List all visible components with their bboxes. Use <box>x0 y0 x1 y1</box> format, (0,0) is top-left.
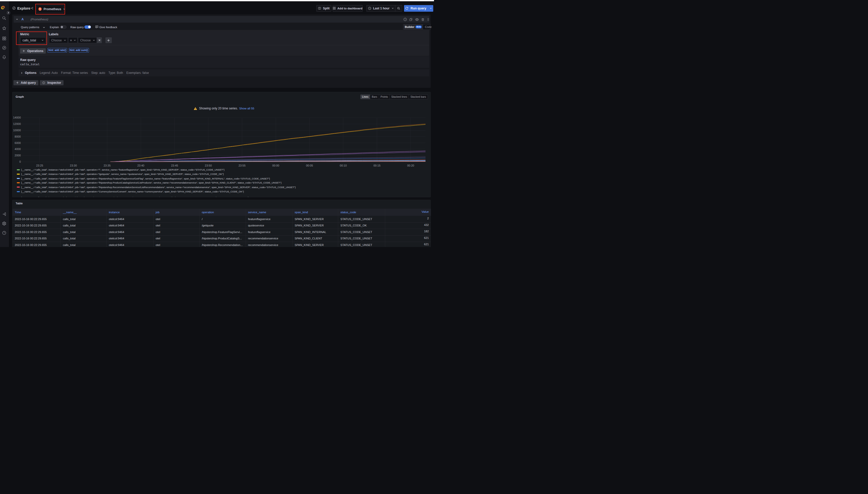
svg-text:0: 0 <box>19 160 21 163</box>
svg-text:12000: 12000 <box>13 122 21 126</box>
svg-text:00:15: 00:15 <box>373 164 380 167</box>
svg-text:2000: 2000 <box>15 154 21 157</box>
svg-text:23:55: 23:55 <box>238 164 246 167</box>
svg-text:23:40: 23:40 <box>137 164 144 167</box>
svg-text:00:20: 00:20 <box>407 164 414 167</box>
svg-text:23:35: 23:35 <box>104 164 110 167</box>
svg-text:6000: 6000 <box>15 141 21 144</box>
svg-text:23:30: 23:30 <box>70 164 77 167</box>
svg-text:?: ? <box>405 19 406 21</box>
svg-text:4000: 4000 <box>15 148 21 151</box>
svg-text:00:05: 00:05 <box>306 164 313 167</box>
svg-text:?: ? <box>3 231 5 234</box>
svg-text:00:00: 00:00 <box>272 164 279 167</box>
svg-text:10000: 10000 <box>13 129 21 132</box>
svg-text:23:50: 23:50 <box>205 164 212 167</box>
svg-text:00:10: 00:10 <box>340 164 347 167</box>
svg-text:8000: 8000 <box>15 135 21 138</box>
svg-text:23:45: 23:45 <box>171 164 178 167</box>
svg-text:14000: 14000 <box>13 116 21 119</box>
svg-text:23:25: 23:25 <box>36 164 43 167</box>
